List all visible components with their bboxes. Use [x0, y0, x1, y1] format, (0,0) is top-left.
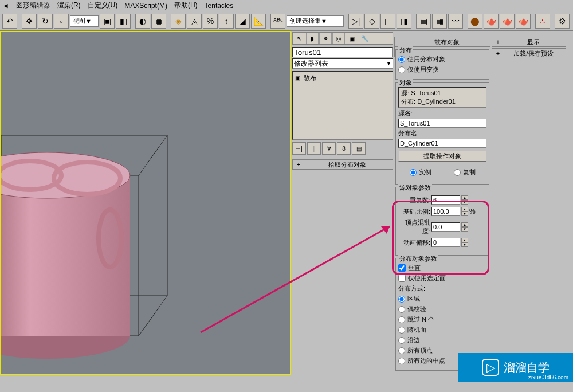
scale-up-spinner[interactable]: ▲ [461, 207, 468, 211]
snap-toggle[interactable]: ◧ [116, 14, 131, 29]
move-tool[interactable]: ✥ [22, 14, 37, 29]
base-scale-input[interactable] [431, 207, 460, 216]
undo-button[interactable]: ↶ [2, 14, 17, 29]
motion-tab-icon[interactable]: ◎ [332, 33, 345, 44]
menu-bar: ◄ 图形编辑器 渲染(R) 自定义(U) MAXScript(M) 帮助(H) … [0, 0, 573, 11]
render-button[interactable]: 🫖 [484, 14, 499, 29]
menu-item-render[interactable]: 渲染(R) [57, 1, 81, 10]
layers-button[interactable]: ▤ [416, 14, 431, 29]
align-tool[interactable]: ▦ [151, 14, 166, 29]
offset-down-spinner[interactable]: ▼ [461, 242, 468, 247]
repeat-down-spinner[interactable]: ▼ [461, 200, 468, 205]
menu-prev[interactable]: ◄ [2, 2, 9, 10]
main-toolbar: ↶ ✥ ↻ ▫ 视图 ▼ ▣ ◧ ◐ ▦ ◈ ◬ % ↕ ◢ 📐 ᴬᴮᶜ 创建选… [0, 11, 573, 31]
tool-anglesnap[interactable]: ◬ [187, 14, 202, 29]
tool-extra2[interactable]: ⚙ [555, 14, 570, 29]
display-tab-icon[interactable]: ▣ [346, 33, 358, 44]
align-button[interactable]: ◫ [380, 14, 395, 29]
select-tool[interactable]: ▣ [100, 14, 115, 29]
area-radio[interactable] [398, 296, 405, 303]
modifier-label: 散布 [303, 73, 317, 83]
use-selected-faces-checkbox[interactable] [398, 275, 406, 282]
use-dist-object-radio[interactable] [398, 56, 405, 63]
mat-editor-button[interactable]: ⬤ [468, 14, 482, 29]
modifier-stack-item[interactable]: ▣ 散布 [294, 73, 391, 84]
scale-tool[interactable]: ▫ [54, 14, 69, 29]
configure-sets-button[interactable]: ▤ [352, 142, 366, 155]
repeat-up-spinner[interactable]: ▲ [461, 195, 468, 200]
svg-rect-10 [0, 175, 130, 336]
dist-name-input[interactable] [398, 139, 486, 148]
modifier-list-dropdown[interactable]: 修改器列表 [292, 58, 393, 69]
even-radio[interactable] [398, 306, 405, 313]
array-button[interactable]: ◇ [364, 14, 379, 29]
rendered-frame-button[interactable]: 🫖 [516, 14, 531, 29]
chaos-up-spinner[interactable]: ▲ [461, 222, 468, 227]
tool-named-sel[interactable]: ᴬᴮᶜ [270, 14, 285, 29]
scale-down-spinner[interactable]: ▼ [461, 211, 468, 216]
curve-editor-button[interactable]: 〰 [448, 14, 463, 29]
menu-item-tentacles[interactable]: Tentacles [205, 2, 234, 10]
render-setup-button[interactable]: 🫖 [500, 14, 515, 29]
hierarchy-tab-icon[interactable]: ⚭ [319, 33, 332, 44]
make-unique-button[interactable]: ∀ [322, 142, 336, 155]
tool-spinner[interactable]: ↕ [219, 14, 234, 29]
chaos-down-spinner[interactable]: ▼ [461, 227, 468, 232]
skip-n-radio[interactable] [398, 316, 405, 323]
source-params-group: 源对象参数 重复数: ▲▼ 基础比例: ▲▼ % 顶点混乱度: ▲▼ [395, 187, 489, 256]
copy-radio[interactable] [454, 169, 461, 176]
plus-icon: + [494, 50, 501, 57]
modify-tab-icon[interactable]: ◗ [306, 33, 319, 44]
schematic-button[interactable]: ▦ [432, 14, 447, 29]
repeat-count-input[interactable] [431, 195, 460, 205]
plus-icon: + [295, 161, 302, 168]
menu-item-help[interactable]: 帮助(H) [174, 1, 198, 10]
extract-operand-button[interactable]: 提取操作对象 [398, 150, 486, 162]
tool-extra1[interactable]: ⛬ [535, 14, 550, 29]
tool-percentsnap[interactable]: % [203, 14, 218, 29]
tool-ruler[interactable]: ◢ [235, 14, 250, 29]
selection-set-combo[interactable]: 创建选择集 ▼ [286, 15, 344, 27]
mirror-button[interactable]: ▷| [348, 14, 363, 29]
plus-icon: + [494, 38, 501, 45]
along-edge-radio[interactable] [398, 337, 405, 344]
viewport-geometry [0, 130, 202, 375]
menu-item-custom[interactable]: 自定义(U) [88, 1, 118, 10]
pin-stack-button[interactable]: ⊣| [292, 142, 306, 155]
play-icon: ▷ [482, 359, 499, 376]
anim-offset-input[interactable] [431, 238, 460, 247]
view-dropdown[interactable]: 视图 ▼ [70, 15, 99, 27]
svg-line-8 [139, 296, 167, 336]
use-transform-only-radio[interactable] [398, 66, 405, 73]
tool-snap3d[interactable]: ◈ [171, 14, 186, 29]
utility-tab-icon[interactable]: 🔧 [359, 33, 371, 44]
distribution-group: 分布 使用分布对象 仅使用变换 [395, 49, 489, 80]
rollup-load-save[interactable]: + 加载/保存预设 [492, 48, 566, 58]
random-face-radio[interactable] [398, 327, 405, 334]
menu-item-maxscript[interactable]: MAXScript(M) [124, 2, 167, 10]
rollup-pick-distribute[interactable]: + 拾取分布对象 [292, 159, 393, 170]
3d-viewport[interactable] [0, 31, 291, 375]
offset-up-spinner[interactable]: ▲ [461, 238, 468, 242]
remove-modifier-button[interactable]: 8 [337, 142, 351, 155]
object-info-box: 源: S_Torus01 分布: D_Cylinder01 [398, 87, 486, 108]
all-edge-center-radio[interactable] [398, 358, 405, 364]
source-name-input[interactable] [398, 119, 486, 128]
svg-line-7 [139, 135, 167, 175]
all-vertex-radio[interactable] [398, 347, 405, 354]
rollup-display[interactable]: + 显示 [492, 37, 566, 47]
perpendicular-checkbox[interactable] [398, 264, 406, 272]
expand-icon[interactable]: ▣ [295, 75, 301, 81]
mirror-tool[interactable]: ◐ [135, 14, 150, 29]
select-tab-icon[interactable]: ↖ [293, 33, 305, 44]
show-result-button[interactable]: || [307, 142, 321, 155]
rotate-tool[interactable]: ↻ [38, 14, 53, 29]
menu-item-gfx-editor[interactable]: 图形编辑器 [16, 1, 50, 10]
modifier-stack[interactable]: ▣ 散布 [292, 71, 393, 140]
tool-protractor[interactable]: 📐 [251, 14, 266, 29]
quick-align-button[interactable]: ◨ [397, 14, 411, 29]
scatter-params-panel: − 散布对象 分布 使用分布对象 仅使用变换 对象 源: S_Torus0 [394, 32, 490, 391]
instance-radio[interactable] [410, 169, 417, 176]
vertex-chaos-input[interactable] [431, 222, 460, 232]
object-name-input[interactable] [292, 47, 393, 57]
